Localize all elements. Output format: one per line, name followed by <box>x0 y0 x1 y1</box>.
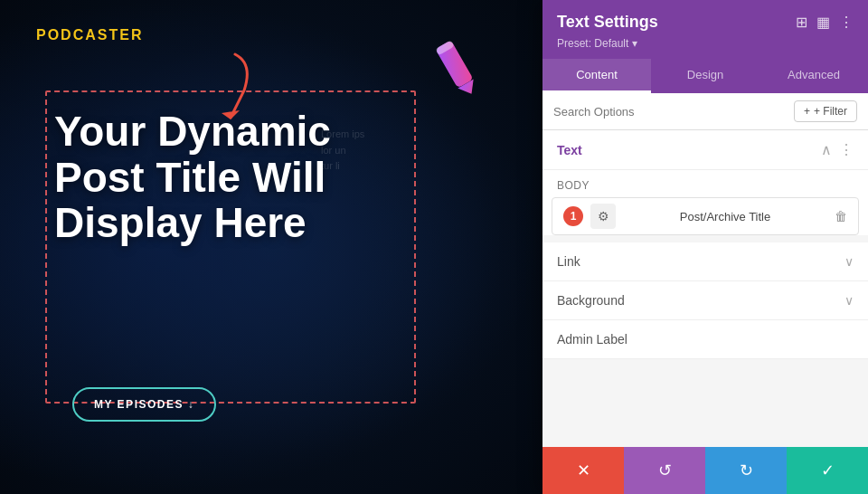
field-value: Post/Archive Title <box>623 210 827 223</box>
brand-label: PODCASTER <box>36 27 506 43</box>
collapse-icon[interactable]: ∧ <box>821 141 832 158</box>
admin-label-section[interactable]: Admin Label <box>542 320 868 359</box>
body-label: Body <box>542 170 868 197</box>
field-badge: 1 <box>563 206 583 226</box>
link-label: Link <box>557 254 580 269</box>
reset-button[interactable]: ↺ <box>624 447 705 494</box>
responsive-icon[interactable]: ⊞ <box>796 14 807 31</box>
text-section-icons: ∧ ⋮ <box>821 141 854 158</box>
confirm-button[interactable]: ✓ <box>787 447 868 494</box>
search-bar: + + Filter <box>542 93 868 130</box>
settings-title: Text Settings <box>557 13 658 32</box>
link-chevron-icon: ∨ <box>844 254 854 269</box>
field-gear-button[interactable]: ⚙ <box>590 204 616 229</box>
tab-content[interactable]: Content <box>542 59 651 93</box>
more-icon[interactable]: ⋮ <box>839 14 854 31</box>
text-section-header: Text ∧ ⋮ <box>542 130 868 170</box>
layout-icon[interactable]: ▦ <box>816 14 830 31</box>
settings-header-icons: ⊞ ▦ ⋮ <box>796 14 854 31</box>
preset-label[interactable]: Preset: Default ▾ <box>557 37 637 50</box>
settings-panel: Text Settings ⊞ ▦ ⋮ Preset: Default ▾ Co… <box>542 0 868 494</box>
field-delete-button[interactable]: 🗑 <box>835 209 847 223</box>
settings-header: Text Settings ⊞ ▦ ⋮ Preset: Default ▾ <box>542 0 868 59</box>
tabs-row: Content Design Advanced <box>542 59 868 93</box>
cancel-button[interactable]: ✕ <box>542 447 624 494</box>
link-section[interactable]: Link ∨ <box>542 242 868 281</box>
dynamic-field-row: 1 ⚙ Post/Archive Title 🗑 <box>552 197 859 235</box>
search-input[interactable] <box>553 105 787 119</box>
canvas-area: PODCASTER Your Dynamic Post Title Will D… <box>0 0 542 494</box>
text-section: Text ∧ ⋮ Body 1 ⚙ Post/Archive Title 🗑 <box>542 130 868 235</box>
tab-advanced[interactable]: Advanced <box>760 59 868 93</box>
episodes-button[interactable]: MY EPISODES ↓ <box>72 387 216 422</box>
background-chevron-icon: ∨ <box>844 293 854 308</box>
filter-button[interactable]: + + Filter <box>794 100 857 122</box>
main-title: Your Dynamic Post Title Will Display Her… <box>54 109 407 246</box>
redo-button[interactable]: ↻ <box>705 447 787 494</box>
admin-label: Admin Label <box>557 332 627 347</box>
text-section-title: Text <box>557 143 582 157</box>
background-label: Background <box>557 293 625 308</box>
filter-plus-icon: + <box>804 105 810 118</box>
pen-icon <box>429 34 485 105</box>
action-bar: ✕ ↺ ↻ ✓ <box>542 447 868 494</box>
settings-content: Text ∧ ⋮ Body 1 ⚙ Post/Archive Title 🗑 L… <box>542 130 868 447</box>
tab-design[interactable]: Design <box>651 59 760 93</box>
background-section[interactable]: Background ∨ <box>542 281 868 320</box>
section-more-icon[interactable]: ⋮ <box>839 141 854 158</box>
